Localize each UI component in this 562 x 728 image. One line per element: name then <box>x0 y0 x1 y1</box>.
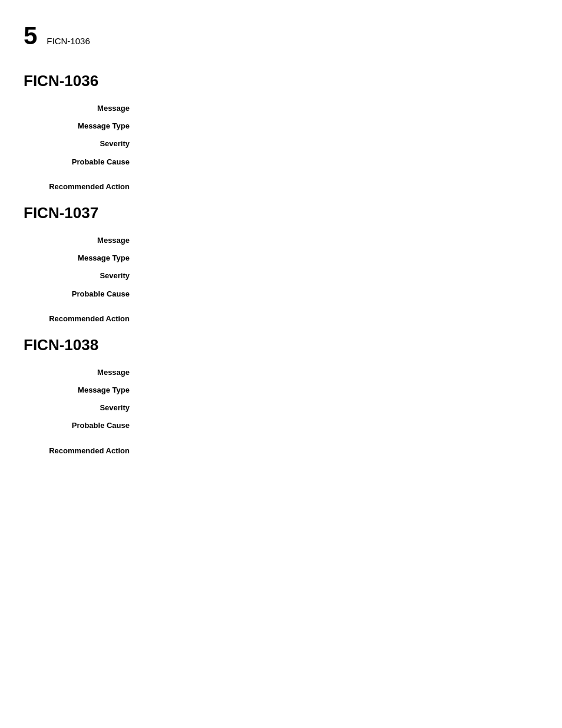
field-value-ficn-1037-2 <box>141 269 538 281</box>
field-label-ficn-1037-0: Message <box>24 234 141 246</box>
field-value-ficn-1038-4 <box>141 444 538 456</box>
page-number: 5 <box>24 24 37 48</box>
entry-ficn-1038: FICN-1038MessageMessage TypeSeverityProb… <box>24 336 538 456</box>
field-value-ficn-1038-2 <box>141 401 538 413</box>
field-value-ficn-1038-3 <box>141 419 538 431</box>
field-row-ficn-1036-2: Severity <box>24 137 538 149</box>
entry-title-ficn-1037: FICN-1037 <box>24 204 538 222</box>
field-value-ficn-1036-3 <box>141 156 538 167</box>
entry-ficn-1037: FICN-1037MessageMessage TypeSeverityProb… <box>24 204 538 324</box>
field-row-ficn-1036-0: Message <box>24 102 538 114</box>
field-label-ficn-1038-2: Severity <box>24 401 141 413</box>
field-label-ficn-1037-3: Probable Cause <box>24 288 141 299</box>
field-value-ficn-1037-4 <box>141 312 538 324</box>
field-row-ficn-1038-2: Severity <box>24 401 538 413</box>
field-row-ficn-1037-0: Message <box>24 234 538 246</box>
field-value-ficn-1037-1 <box>141 252 538 263</box>
entries-container: FICN-1036MessageMessage TypeSeverityProb… <box>24 72 538 456</box>
field-row-ficn-1037-2: Severity <box>24 269 538 281</box>
field-value-ficn-1037-0 <box>141 234 538 246</box>
field-row-ficn-1038-0: Message <box>24 366 538 378</box>
field-label-ficn-1036-3: Probable Cause <box>24 156 141 167</box>
field-label-ficn-1036-1: Message Type <box>24 120 141 131</box>
field-label-ficn-1036-2: Severity <box>24 137 141 149</box>
field-row-ficn-1038-1: Message Type <box>24 384 538 396</box>
field-value-ficn-1036-1 <box>141 120 538 131</box>
field-value-ficn-1036-0 <box>141 102 538 114</box>
field-label-ficn-1036-4: Recommended Action <box>24 180 141 192</box>
field-row-ficn-1037-1: Message Type <box>24 252 538 263</box>
field-value-ficn-1038-0 <box>141 366 538 378</box>
field-value-ficn-1036-4 <box>141 180 538 192</box>
page-subtitle: FICN-1036 <box>47 36 90 46</box>
field-label-ficn-1038-1: Message Type <box>24 384 141 396</box>
field-label-ficn-1038-3: Probable Cause <box>24 419 141 431</box>
field-value-ficn-1037-3 <box>141 288 538 299</box>
field-label-ficn-1038-0: Message <box>24 366 141 378</box>
page-header: 5 FICN-1036 <box>24 18 538 48</box>
field-row-ficn-1037-3: Probable Cause <box>24 288 538 299</box>
field-row-ficn-1036-1: Message Type <box>24 120 538 131</box>
field-row-ficn-1036-4: Recommended Action <box>24 180 538 192</box>
field-label-ficn-1037-1: Message Type <box>24 252 141 263</box>
field-row-ficn-1038-3: Probable Cause <box>24 419 538 431</box>
field-row-ficn-1036-3: Probable Cause <box>24 156 538 167</box>
entry-title-ficn-1038: FICN-1038 <box>24 336 538 354</box>
field-row-ficn-1037-4: Recommended Action <box>24 312 538 324</box>
field-label-ficn-1037-4: Recommended Action <box>24 312 141 324</box>
field-value-ficn-1038-1 <box>141 384 538 396</box>
field-value-ficn-1036-2 <box>141 137 538 149</box>
field-label-ficn-1037-2: Severity <box>24 269 141 281</box>
field-label-ficn-1036-0: Message <box>24 102 141 114</box>
field-label-ficn-1038-4: Recommended Action <box>24 444 141 456</box>
entry-ficn-1036: FICN-1036MessageMessage TypeSeverityProb… <box>24 72 538 192</box>
field-row-ficn-1038-4: Recommended Action <box>24 444 538 456</box>
entry-title-ficn-1036: FICN-1036 <box>24 72 538 90</box>
